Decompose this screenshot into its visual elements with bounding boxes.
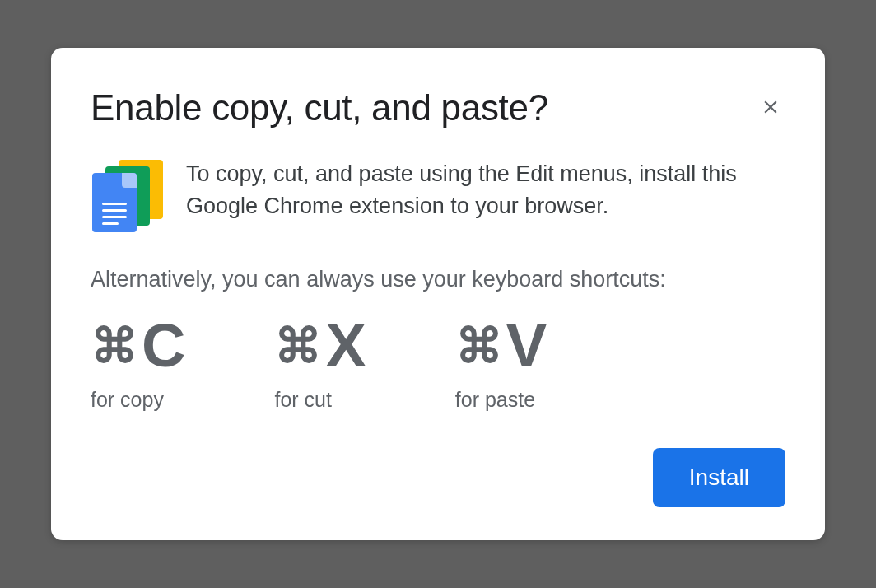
command-key-icon: ⌘: [455, 322, 503, 370]
shortcut-paste-label: for paste: [455, 388, 545, 412]
key-x: X: [325, 315, 364, 376]
shortcut-cut: ⌘ X for cut: [274, 315, 364, 412]
google-docs-suite-icon: [91, 158, 163, 231]
kbd-cut: ⌘ X: [274, 315, 364, 376]
shortcut-paste: ⌘ V for paste: [455, 315, 545, 412]
kbd-paste: ⌘ V: [455, 315, 545, 376]
key-v: V: [506, 315, 545, 376]
kbd-copy: ⌘ C: [91, 315, 184, 376]
intro-row: To copy, cut, and paste using the Edit m…: [91, 158, 785, 231]
dialog-actions: Install: [91, 448, 785, 507]
dialog-header: Enable copy, cut, and paste?: [91, 87, 785, 128]
alternative-text: Alternatively, you can always use your k…: [91, 267, 785, 292]
close-button[interactable]: [756, 92, 785, 122]
shortcut-cut-label: for cut: [274, 388, 364, 412]
command-key-icon: ⌘: [91, 322, 138, 370]
shortcuts-row: ⌘ C for copy ⌘ X for cut ⌘ V for paste: [91, 315, 785, 412]
shortcut-copy-label: for copy: [91, 388, 184, 412]
close-icon: [760, 96, 781, 118]
intro-text: To copy, cut, and paste using the Edit m…: [186, 158, 785, 222]
enable-clipboard-dialog: Enable copy, cut, and paste? To copy, cu…: [51, 48, 825, 540]
dialog-title: Enable copy, cut, and paste?: [91, 87, 548, 128]
install-button[interactable]: Install: [653, 448, 785, 507]
shortcut-copy: ⌘ C for copy: [91, 315, 184, 412]
command-key-icon: ⌘: [274, 322, 322, 370]
key-c: C: [142, 315, 184, 376]
